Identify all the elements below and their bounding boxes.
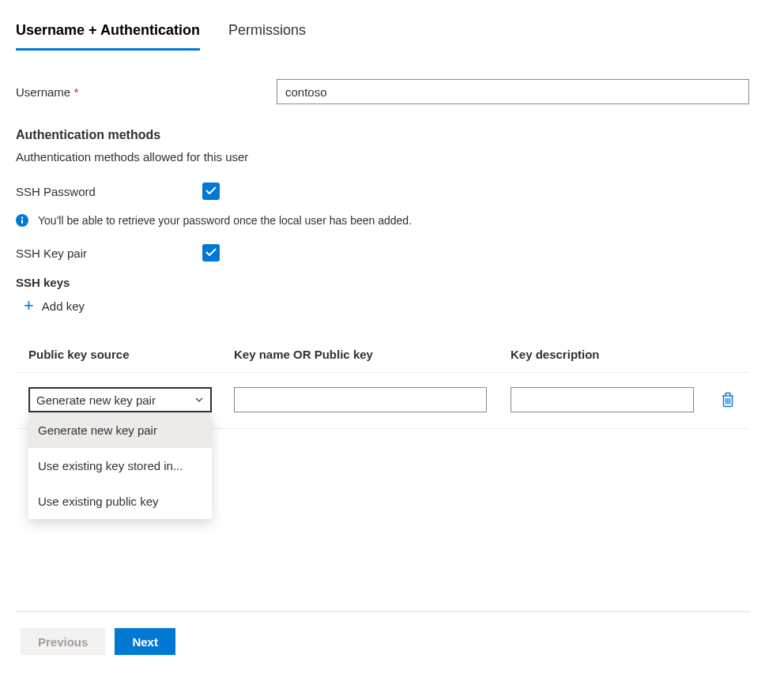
previous-button[interactable]: Previous	[21, 628, 105, 655]
tabs-bar: Username + Authentication Permissions	[16, 16, 749, 51]
tab-permissions[interactable]: Permissions	[228, 16, 306, 51]
svg-point-1	[21, 216, 23, 218]
tab-username-auth[interactable]: Username + Authentication	[16, 16, 200, 51]
ssh-password-row: SSH Password	[16, 183, 749, 200]
table-header-row: Public key source Key name OR Public key…	[16, 348, 749, 373]
dropdown-option-existing-stored[interactable]: Use existing key stored in...	[28, 448, 212, 484]
header-public-key-source: Public key source	[28, 348, 234, 361]
check-icon	[205, 185, 217, 198]
dropdown-option-generate[interactable]: Generate new key pair	[28, 412, 212, 448]
header-key-name: Key name OR Public key	[234, 348, 511, 361]
dropdown-list: Generate new key pair Use existing key s…	[28, 412, 212, 519]
ssh-password-label: SSH Password	[16, 185, 202, 198]
ssh-keys-table: Public key source Key name OR Public key…	[16, 348, 749, 429]
ssh-password-checkbox[interactable]	[202, 183, 220, 200]
ssh-keypair-row: SSH Key pair	[16, 244, 749, 262]
delete-icon[interactable]	[721, 392, 735, 408]
footer-divider	[16, 611, 749, 612]
key-description-input[interactable]	[511, 387, 694, 412]
cell-key-name	[234, 387, 511, 412]
password-info-message: You'll be able to retrieve your password…	[16, 214, 749, 227]
plus-icon: +	[24, 297, 34, 314]
footer-buttons: Previous Next	[16, 628, 749, 655]
svg-rect-2	[21, 220, 23, 224]
ssh-keys-heading: SSH keys	[16, 276, 749, 289]
check-icon	[205, 247, 217, 259]
chevron-down-icon	[194, 395, 204, 405]
add-key-label: Add key	[42, 299, 85, 313]
public-key-source-dropdown[interactable]: Generate new key pair	[28, 387, 212, 412]
cell-public-key-source: Generate new key pair Generate new key p…	[28, 387, 234, 412]
key-name-input[interactable]	[234, 387, 487, 412]
username-row: Username *	[16, 79, 749, 104]
next-button[interactable]: Next	[115, 628, 175, 655]
dropdown-selected-value: Generate new key pair	[36, 393, 156, 407]
cell-key-description	[511, 387, 737, 412]
required-asterisk: *	[73, 85, 78, 99]
info-text: You'll be able to retrieve your password…	[38, 214, 412, 227]
table-row: Generate new key pair Generate new key p…	[16, 373, 749, 429]
ssh-keypair-checkbox[interactable]	[202, 244, 220, 262]
username-input[interactable]	[277, 79, 749, 104]
info-icon	[16, 214, 28, 227]
ssh-keypair-label: SSH Key pair	[16, 247, 202, 260]
dropdown-option-existing-public[interactable]: Use existing public key	[28, 484, 212, 519]
auth-methods-heading: Authentication methods	[16, 128, 749, 142]
add-key-button[interactable]: + Add key	[24, 297, 85, 314]
username-label: Username *	[16, 85, 277, 99]
auth-methods-sub: Authentication methods allowed for this …	[16, 150, 749, 164]
header-key-description: Key description	[511, 348, 737, 361]
